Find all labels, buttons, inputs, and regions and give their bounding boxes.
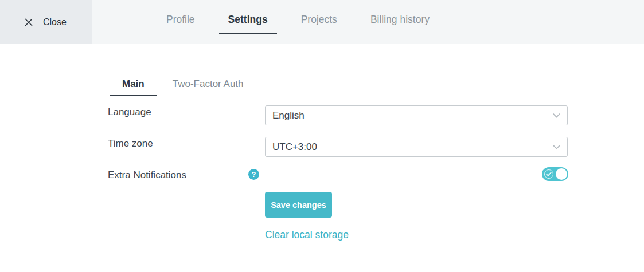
timezone-select[interactable]: UTC+3:00 xyxy=(265,137,568,157)
main-tabs: Profile Settings Projects Billing histor… xyxy=(157,6,439,34)
language-select[interactable]: English xyxy=(265,105,568,125)
tab-projects[interactable]: Projects xyxy=(292,6,346,34)
settings-subtabs: Main Two-Factor Auth xyxy=(110,73,244,96)
close-icon xyxy=(24,18,33,27)
tab-settings[interactable]: Settings xyxy=(219,6,277,34)
extra-notifications-label: Extra Notifications xyxy=(108,169,186,181)
language-label: Language xyxy=(108,107,151,118)
tab-billing-history[interactable]: Billing history xyxy=(361,6,439,34)
tab-profile[interactable]: Profile xyxy=(157,6,204,34)
subtab-main[interactable]: Main xyxy=(110,73,157,96)
close-label: Close xyxy=(43,17,67,27)
close-button[interactable]: Close xyxy=(0,0,92,44)
chevron-down-icon[interactable] xyxy=(545,106,567,125)
checkmark-icon xyxy=(544,169,553,179)
extra-notifications-toggle[interactable] xyxy=(542,167,568,181)
timezone-value: UTC+3:00 xyxy=(266,141,545,153)
save-changes-button[interactable]: Save changes xyxy=(265,192,332,218)
help-question-icon[interactable]: ? xyxy=(248,169,259,180)
header-bar: Close Profile Settings Projects Billing … xyxy=(0,0,644,44)
toggle-knob[interactable] xyxy=(556,168,567,180)
clear-local-storage-link[interactable]: Clear local storage xyxy=(265,229,349,241)
subtab-two-factor-auth[interactable]: Two-Factor Auth xyxy=(173,73,244,96)
chevron-down-icon[interactable] xyxy=(545,137,567,156)
timezone-label: Time zone xyxy=(108,138,153,149)
language-value: English xyxy=(266,110,545,121)
